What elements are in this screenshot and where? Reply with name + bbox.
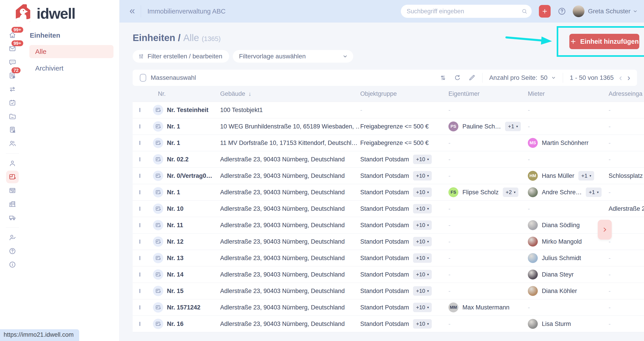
table-row[interactable]: Nr. 13 Adlerstraße 23, 90403 Nürnberg, D… xyxy=(133,250,644,266)
more-count-badge[interactable]: +2▾ xyxy=(503,188,518,197)
row-checkbox[interactable] xyxy=(140,240,140,244)
row-checkbox[interactable] xyxy=(140,207,140,211)
row-checkbox[interactable] xyxy=(140,108,140,112)
person-name[interactable]: Mirko Mangold xyxy=(542,238,582,245)
unit-number[interactable]: Nr. 11 xyxy=(167,222,183,229)
unit-number[interactable]: Nr. 14 xyxy=(167,271,184,278)
row-checkbox[interactable] xyxy=(140,141,140,145)
person-name[interactable]: Julius Schmidt xyxy=(542,255,581,262)
table-row[interactable]: Nr. 12 Adlerstraße 23, 90403 Nürnberg, D… xyxy=(133,234,644,250)
table-row[interactable]: Nr. 02.2 Adlerstraße 23, 90403 Nürnberg,… xyxy=(133,151,644,168)
table-row[interactable]: Nr. 0/Vertrag0… Adlerstraße 23, 90403 Nü… xyxy=(133,168,644,184)
quick-add-button[interactable] xyxy=(539,5,550,17)
person-name[interactable]: Diana Köhler xyxy=(542,288,577,295)
pagination-prev-icon[interactable]: ‹ xyxy=(619,73,622,82)
pagination-next-icon[interactable]: › xyxy=(627,73,630,82)
sidebar-rail-person[interactable] xyxy=(6,157,19,170)
unit-number[interactable]: Nr. 1 xyxy=(167,123,180,130)
help-icon[interactable] xyxy=(558,7,566,16)
more-count-badge[interactable]: +10▾ xyxy=(413,155,432,164)
sidebar-rail-calendar[interactable] xyxy=(6,96,19,109)
unit-number[interactable]: Nr. 1 xyxy=(167,189,180,196)
table-row[interactable]: Nr. 11 Adlerstraße 23, 90403 Nürnberg, D… xyxy=(133,217,644,234)
sidebar-rail-chat[interactable] xyxy=(6,56,19,68)
row-checkbox[interactable] xyxy=(140,289,140,293)
column-header-nr[interactable]: Nr. xyxy=(153,90,220,97)
person-name[interactable]: Diana Steyr xyxy=(542,271,574,278)
search-input[interactable] xyxy=(401,5,532,18)
table-row[interactable]: Nr. 1571242 Adlerstraße 23, 90403 Nürnbe… xyxy=(133,299,644,316)
refresh-icon[interactable] xyxy=(454,74,461,81)
person-name[interactable]: Martin Schönherr xyxy=(542,139,588,146)
add-unit-button[interactable]: Einheit hinzufügen xyxy=(569,34,639,49)
sidebar-rail-invoice[interactable] xyxy=(6,123,19,136)
person-name[interactable]: Diana Södling xyxy=(542,222,580,229)
table-row[interactable]: Nr. 10 Adlerstraße 23, 90403 Nürnberg, D… xyxy=(133,201,644,217)
row-checkbox[interactable] xyxy=(140,174,140,178)
table-scroll-right-button[interactable] xyxy=(598,220,612,240)
person-name[interactable]: Flipse Scholz xyxy=(462,189,499,196)
more-count-badge[interactable]: +10▾ xyxy=(413,286,432,296)
unit-number[interactable]: Nr. 0/Vertrag0… xyxy=(167,172,212,179)
more-count-badge[interactable]: +10▾ xyxy=(413,171,432,181)
filter-template-select[interactable]: Filtervorlage auswählen xyxy=(233,50,353,63)
person-name[interactable]: Max Mustermann xyxy=(462,304,510,311)
table-row[interactable]: Nr. 1 11 MV Dorfstraße 10, 17153 Kittend… xyxy=(133,135,644,151)
sidebar-rail-units[interactable] xyxy=(6,171,19,183)
more-count-badge[interactable]: +1▾ xyxy=(505,122,521,131)
more-count-badge[interactable]: +10▾ xyxy=(413,237,432,246)
filter-create-edit-button[interactable]: Filter erstellen / bearbeiten xyxy=(133,50,229,63)
person-name[interactable]: Pauline Sch… xyxy=(462,123,501,130)
edit-columns-icon[interactable] xyxy=(468,74,476,81)
person-name[interactable]: Andre Schre… xyxy=(542,189,582,196)
person-name[interactable]: Lisa Sturm xyxy=(542,321,571,328)
table-row[interactable]: Nr. 15 Adlerstraße 23, 90403 Nürnberg, D… xyxy=(133,283,644,299)
table-row[interactable]: Nr. 14 Adlerstraße 23, 90403 Nürnberg, D… xyxy=(133,266,644,283)
unit-number[interactable]: Nr. 13 xyxy=(167,255,184,262)
unit-number[interactable]: Nr. 1571242 xyxy=(167,304,200,311)
sidebar-rail-person-check[interactable] xyxy=(6,231,19,244)
row-checkbox[interactable] xyxy=(140,124,140,128)
more-count-badge[interactable]: +10▾ xyxy=(413,303,432,312)
more-count-badge[interactable]: +10▾ xyxy=(413,270,432,279)
more-count-badge[interactable]: +10▾ xyxy=(413,204,432,213)
sidebar-rail-home[interactable]: 99+ xyxy=(6,29,19,41)
more-count-badge[interactable]: +1▾ xyxy=(586,188,602,197)
unit-number[interactable]: Nr. Testeinheit xyxy=(167,107,208,114)
user-menu[interactable]: Greta Schuster xyxy=(573,5,638,17)
unit-number[interactable]: Nr. 10 xyxy=(167,205,184,212)
more-count-badge[interactable]: +10▾ xyxy=(413,319,432,329)
unit-number[interactable]: Nr. 02.2 xyxy=(167,156,188,163)
sidebar-rail-mail[interactable]: 99+ xyxy=(6,42,19,55)
sort-icon[interactable] xyxy=(440,74,447,81)
column-header-gebaeude[interactable]: Gebäude↓ xyxy=(220,90,360,97)
sidebar-rail-tasks[interactable]: 72 xyxy=(6,69,19,82)
sidebar-rail-company[interactable] xyxy=(6,198,19,210)
unit-number[interactable]: Nr. 12 xyxy=(167,238,184,245)
sidebar-rail-help[interactable] xyxy=(6,245,19,257)
collapse-sidebar-icon[interactable]: « xyxy=(130,6,135,15)
table-row[interactable]: Nr. 16 Adlerstraße 23, 90403 Nürnberg, D… xyxy=(133,316,644,332)
row-checkbox[interactable] xyxy=(140,223,140,227)
row-checkbox[interactable] xyxy=(140,190,140,194)
table-row[interactable]: Nr. 1 10 WEG Brunhildenstraße 10, 65189 … xyxy=(133,118,644,135)
sidebar-item-archiviert[interactable]: Archiviert xyxy=(29,62,114,75)
sidebar-rail-folder[interactable] xyxy=(6,110,19,123)
row-checkbox[interactable] xyxy=(140,322,140,326)
row-checkbox[interactable] xyxy=(140,305,140,310)
column-header-adresse[interactable]: Adresseinga xyxy=(608,90,644,97)
global-search[interactable] xyxy=(401,5,532,18)
column-header-mieter[interactable]: Mieter xyxy=(528,90,608,97)
column-header-objektgruppe[interactable]: Objektgruppe xyxy=(360,90,448,97)
more-count-badge[interactable]: +1▾ xyxy=(578,171,594,181)
sidebar-rail-truck[interactable] xyxy=(6,211,19,224)
unit-number[interactable]: Nr. 16 xyxy=(167,321,184,328)
column-header-eigentuemer[interactable]: Eigentümer xyxy=(448,90,528,97)
row-checkbox[interactable] xyxy=(140,256,140,260)
per-page-select[interactable]: Anzahl pro Seite: 50 xyxy=(489,74,556,81)
sidebar-rail-transfer[interactable] xyxy=(6,83,19,96)
table-row[interactable]: Nr. 1 Adlerstraße 23, 90403 Nürnberg, De… xyxy=(133,184,644,201)
unit-number[interactable]: Nr. 15 xyxy=(167,288,184,295)
bulk-select-checkbox[interactable] xyxy=(140,74,146,82)
row-checkbox[interactable] xyxy=(140,273,140,277)
